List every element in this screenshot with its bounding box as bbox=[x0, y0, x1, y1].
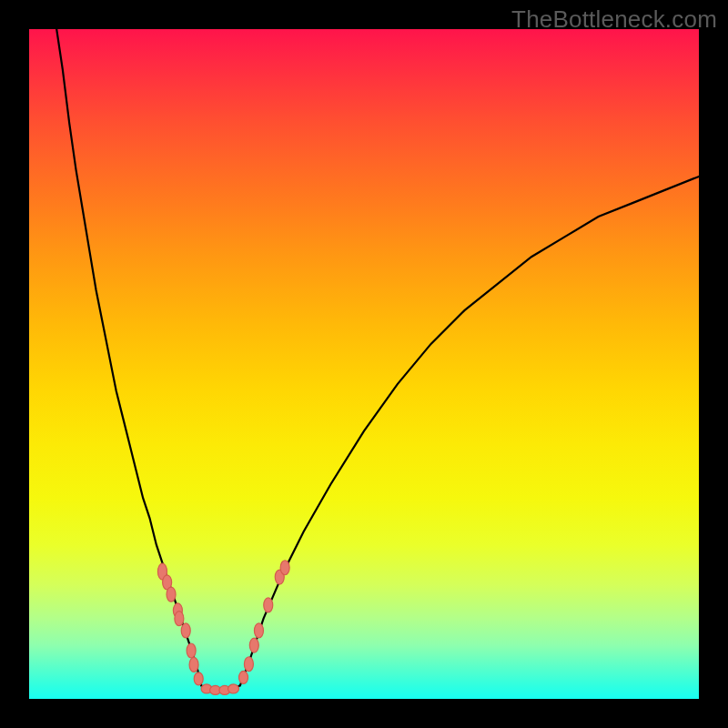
chart-gradient-background bbox=[29, 29, 699, 699]
data-marker bbox=[239, 671, 248, 683]
data-marker bbox=[280, 561, 289, 575]
data-marker bbox=[181, 623, 190, 638]
curve-left-branch bbox=[56, 29, 201, 685]
data-marker bbox=[175, 612, 184, 626]
data-marker bbox=[244, 657, 253, 672]
data-marker bbox=[249, 638, 258, 652]
marker-group bbox=[157, 561, 289, 695]
chart-svg bbox=[29, 29, 699, 699]
data-marker bbox=[264, 598, 273, 612]
data-marker bbox=[228, 684, 238, 693]
data-marker bbox=[254, 623, 263, 638]
data-marker bbox=[167, 587, 176, 602]
data-marker bbox=[189, 657, 198, 672]
data-marker bbox=[187, 643, 196, 658]
curve-right-branch bbox=[240, 177, 699, 685]
data-marker bbox=[194, 672, 203, 685]
